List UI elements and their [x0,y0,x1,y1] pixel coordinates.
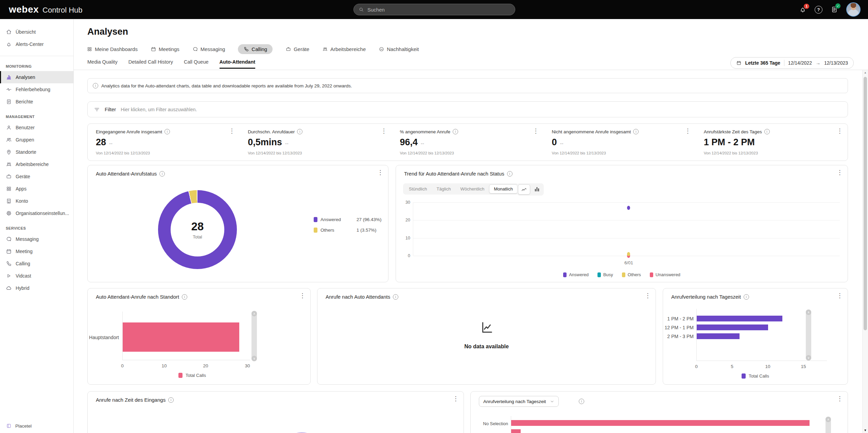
help-button[interactable]: ? [815,6,822,14]
info-icon[interactable]: i [168,397,174,403]
subtab-auto-attendant[interactable]: Auto-Attendant [220,59,256,69]
granularity-woechentlich[interactable]: Wöchentlich [455,184,489,194]
tab-calling[interactable]: Calling [238,44,273,54]
subtab-detailed-call-history[interactable]: Detailed Call History [128,59,173,69]
location-bar[interactable] [123,322,239,352]
trend-plot-area[interactable]: 6/01 [413,202,840,256]
sidebar-item-arbeitsbereiche[interactable]: Arbeitsbereiche [0,158,73,170]
tab-messaging[interactable]: Messaging [192,46,225,52]
legend-item-busy[interactable]: Busy [597,272,613,277]
granularity-monatlich[interactable]: Monatlich [489,184,518,194]
subtab-call-queue[interactable]: Call Queue [184,59,209,69]
info-icon[interactable]: i [182,294,187,300]
kebab-menu-icon[interactable]: ⋮ [685,128,691,134]
date-range-start[interactable]: 12/14/2022 [788,60,812,66]
kebab-menu-icon[interactable]: ⋮ [377,169,383,176]
chevron-up-icon[interactable]: ∧ [806,310,811,315]
chevron-down-icon[interactable]: ∨ [806,355,811,361]
sidebar-item-gruppen[interactable]: Gruppen [0,134,73,146]
sidebar-item-meeting[interactable]: Meeting [0,245,73,257]
kebab-menu-icon[interactable]: ⋮ [837,128,843,134]
kebab-menu-icon[interactable]: ⋮ [453,396,459,402]
tab-label: Calling [251,46,267,52]
trend-dot-answered[interactable] [627,206,630,210]
info-icon[interactable]: i [744,294,749,300]
card-distribution-selector: Anrufverteilung nach Tageszeit i ⋮ No Se… [470,391,848,433]
chart-scrollbar[interactable]: ∧ ∨ [251,311,257,361]
info-icon[interactable]: i [633,129,639,134]
chart-scrollbar[interactable]: ∧ [826,417,831,433]
kebab-menu-icon[interactable]: ⋮ [837,169,843,176]
legend-item-unanswered[interactable]: Unanswered [650,272,680,277]
date-range-end[interactable]: 12/13/2023 [824,60,848,66]
notifications-button[interactable]: 1 [799,6,806,13]
filter-bar[interactable]: Filter Hier klicken, um Filter auszuwähl… [87,101,848,117]
chevron-up-icon[interactable]: ∧ [826,417,831,422]
tod-bar[interactable] [697,316,782,321]
sidebar-item-analysen[interactable]: Analysen [0,71,73,83]
bar-chart-toggle-button[interactable] [531,184,543,194]
sidebar-item-berichte[interactable]: Berichte [0,96,73,108]
info-icon[interactable]: i [393,294,398,300]
info-icon[interactable]: i [579,399,584,404]
tab-geraete[interactable]: Geräte [285,46,309,52]
kebab-menu-icon[interactable]: ⋮ [381,128,387,134]
chart-select-dropdown[interactable]: Anrufverteilung nach Tageszeit [479,396,559,407]
whats-new-button[interactable]: ✓ [831,6,838,13]
tab-nachhaltigkeit[interactable]: Nachhaltigkeit [379,46,419,52]
legend-item-others[interactable]: Others [622,272,641,277]
info-icon[interactable]: i [164,129,170,134]
sidebar-item-benutzer[interactable]: Benutzer [0,121,73,134]
subtab-media-quality[interactable]: Media Quality [87,59,118,69]
tod-bar[interactable] [697,324,768,330]
info-icon[interactable]: i [507,171,513,177]
kebab-menu-icon[interactable]: ⋮ [837,396,843,402]
sidebar-item-alerts-center[interactable]: Alerts-Center [0,38,73,50]
scroll-down-arrow-icon[interactable]: ▼ [863,429,868,432]
kebab-menu-icon[interactable]: ⋮ [645,293,651,299]
sidebar-item-placetel[interactable]: Placetel [0,419,73,433]
sidebar-item-hybrid[interactable]: Hybrid [0,282,73,294]
kebab-menu-icon[interactable]: ⋮ [533,128,539,134]
tod-bar[interactable] [697,333,740,339]
chevron-up-icon[interactable]: ∧ [251,311,257,316]
granularity-taeglich[interactable]: Täglich [432,184,455,194]
kebab-menu-icon[interactable]: ⋮ [229,128,235,134]
sidebar-item-fehlerbehebung[interactable]: Fehlerbehebung [0,83,73,96]
sidebar-item-standorte[interactable]: Standorte [0,146,73,158]
date-range-picker[interactable]: Letzte 365 Tage 12/14/2022 → 12/13/2023 [730,57,854,69]
sidebar-item-calling[interactable]: Calling [0,257,73,270]
user-avatar[interactable] [846,2,861,17]
sidebar-item-messaging[interactable]: Messaging [0,233,73,245]
info-icon[interactable]: i [453,129,458,134]
scroll-up-arrow-icon[interactable]: ▲ [863,71,868,74]
sidebar-item-organisationseinstellungen[interactable]: Organisationseinstellun... [0,207,73,219]
sidebar-item-vidcast[interactable]: Vidcast [0,270,73,282]
sidebar-item-apps[interactable]: Apps [0,183,73,195]
info-icon[interactable]: i [159,171,165,177]
chevron-down-icon[interactable]: ∨ [251,356,257,361]
sidebar-item-uebersicht[interactable]: Übersicht [0,26,73,38]
tab-meetings[interactable]: Meetings [151,46,179,52]
granularity-stuendlich[interactable]: Stündlich [404,184,432,194]
partial-bar[interactable] [511,429,521,433]
sidebar-item-geraete[interactable]: Geräte [0,170,73,183]
info-icon[interactable]: i [764,129,770,134]
legend-item-others[interactable]: Others 1 (3.57%) [314,228,382,233]
legend-item-answered[interactable]: Answered 27 (96.43%) [314,217,382,222]
search-input[interactable]: Suchen [353,4,515,15]
kebab-menu-icon[interactable]: ⋮ [837,293,843,299]
workspaces-icon [6,161,12,167]
info-icon[interactable]: i [297,129,302,134]
tab-arbeitsbereiche[interactable]: Arbeitsbereiche [322,46,366,52]
kebab-menu-icon[interactable]: ⋮ [299,293,306,299]
line-chart-toggle-button[interactable] [518,184,530,195]
no-selection-bar[interactable] [511,420,810,426]
legend-item-answered[interactable]: Answered [563,272,589,277]
page-scrollbar[interactable]: ▲ ▼ [862,70,868,433]
tab-meine-dashboards[interactable]: Meine Dashboards [87,46,138,52]
chart-scrollbar[interactable]: ∧ ∨ [806,310,811,361]
trend-dot-others[interactable] [627,252,630,256]
sidebar-item-konto[interactable]: Konto [0,195,73,207]
scrollbar-thumb[interactable] [864,77,867,330]
